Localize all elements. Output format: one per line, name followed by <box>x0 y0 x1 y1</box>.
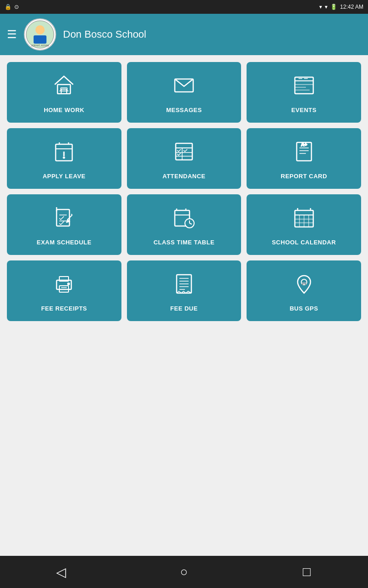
time-display: 12:42 AM <box>340 4 363 10</box>
report-card-icon: A+ <box>292 140 316 167</box>
messages-icon <box>172 74 196 101</box>
tile-apply-leave[interactable]: APPLY LEAVE <box>7 128 121 189</box>
grid-row-1: HOME WORK MESSAGES <box>7 62 361 123</box>
grid-row-4: FEE RECEIPTS FEE DUE <box>7 260 361 321</box>
menu-button[interactable]: ☰ <box>7 28 17 41</box>
bus-gps-icon: 🚌 <box>292 272 316 300</box>
svg-point-60 <box>68 283 69 285</box>
apply-leave-icon <box>52 140 76 167</box>
svg-point-1 <box>35 25 45 34</box>
app-title: Don Bosco School <box>63 28 146 40</box>
apply-leave-label: APPLY LEAVE <box>43 173 86 180</box>
events-icon <box>292 74 316 101</box>
svg-rect-2 <box>34 35 46 44</box>
fee-receipts-label: FEE RECEIPTS <box>41 305 87 312</box>
recent-button[interactable]: □ <box>293 558 321 586</box>
homework-label: HOME WORK <box>44 107 84 113</box>
status-bar-right: ▾ ▾ 🔋 12:42 AM <box>319 4 363 10</box>
wifi-icon: ▾ <box>319 4 322 10</box>
back-button[interactable]: ◁ <box>47 558 75 586</box>
tile-school-calendar[interactable]: SCHOOL CALENDAR <box>247 194 361 255</box>
school-calendar-label: SCHOOL CALENDAR <box>272 239 336 246</box>
svg-rect-5 <box>61 89 67 94</box>
tile-fee-due[interactable]: FEE DUE <box>127 260 242 321</box>
grid-row-3: EXAM SCHEDULE CLASS TIME TABLE <box>7 194 361 255</box>
svg-text:A+: A+ <box>301 142 307 147</box>
svg-text:JORHAT, ASSAM: JORHAT, ASSAM <box>31 44 49 47</box>
tile-report-card[interactable]: A+ REPORT CARD <box>247 128 361 189</box>
tile-exam-schedule[interactable]: EXAM SCHEDULE <box>7 194 121 255</box>
exam-schedule-label: EXAM SCHEDULE <box>37 239 92 246</box>
svg-text:🚌: 🚌 <box>302 280 306 285</box>
tile-bus-gps[interactable]: 🚌 BUS GPS <box>247 260 361 321</box>
app-bar: ☰ JORHAT, ASSAM Don Bosco School <box>0 14 368 55</box>
attendance-icon <box>172 140 196 167</box>
events-label: EVENTS <box>291 107 316 113</box>
lock-icon: 🔒 <box>5 4 12 10</box>
grid-row-2: APPLY LEAVE ATTENDANCE <box>7 128 361 189</box>
tile-attendance[interactable]: ATTENDANCE <box>127 128 242 189</box>
tile-fee-receipts[interactable]: FEE RECEIPTS <box>7 260 121 321</box>
tile-events[interactable]: EVENTS <box>247 62 361 123</box>
svg-line-38 <box>71 214 72 215</box>
svg-rect-9 <box>295 77 313 94</box>
school-logo: JORHAT, ASSAM <box>24 18 56 51</box>
main-content: HOME WORK MESSAGES <box>0 55 368 556</box>
class-timetable-label: CLASS TIME TABLE <box>154 239 215 246</box>
tile-class-timetable[interactable]: CLASS TIME TABLE <box>127 194 242 255</box>
report-card-label: REPORT CARD <box>281 173 327 180</box>
svg-point-21 <box>63 157 65 158</box>
status-bar-left: 🔒 ⊙ <box>5 4 19 10</box>
attendance-label: ATTENDANCE <box>162 173 206 180</box>
class-timetable-icon <box>172 206 196 233</box>
tile-homework[interactable]: HOME WORK <box>7 62 121 123</box>
android-icon: ⊙ <box>14 4 19 10</box>
signal-icon: ▾ <box>325 4 328 10</box>
fee-due-label: FEE DUE <box>170 305 198 312</box>
school-calendar-icon <box>292 206 316 233</box>
fee-receipts-icon <box>52 272 76 300</box>
homework-icon <box>52 74 76 101</box>
status-bar: 🔒 ⊙ ▾ ▾ 🔋 12:42 AM <box>0 0 368 14</box>
home-button[interactable]: ○ <box>170 558 198 586</box>
fee-due-icon <box>172 272 196 300</box>
messages-label: MESSAGES <box>166 107 202 113</box>
battery-icon: 🔋 <box>330 4 337 10</box>
bottom-nav: ◁ ○ □ <box>0 556 368 588</box>
tile-messages[interactable]: MESSAGES <box>127 62 242 123</box>
exam-schedule-icon <box>52 206 76 233</box>
bus-gps-label: BUS GPS <box>290 305 318 312</box>
